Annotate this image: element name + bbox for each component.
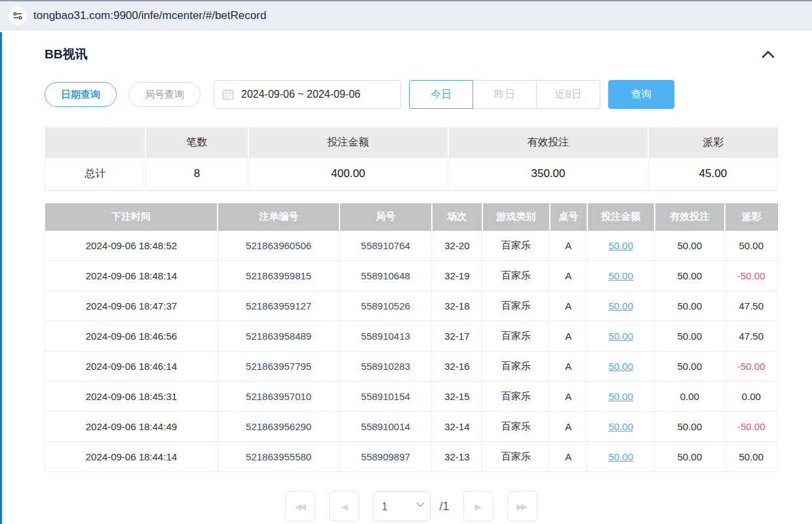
- last-8-days-button[interactable]: 近8日: [536, 80, 600, 109]
- cell-bet-amount: 50.00: [587, 382, 655, 412]
- cell-bet-id: 521863957795: [218, 352, 339, 382]
- cell-payout: 47.50: [725, 321, 778, 352]
- summary-header-blank: [45, 127, 146, 158]
- next-page-button[interactable]: ▶: [463, 491, 493, 521]
- cell-bet-amount: 50.00: [587, 412, 655, 442]
- cell-payout: -50.00: [725, 261, 778, 291]
- date-range-value: 2024-09-06 ~ 2024-09-06: [241, 89, 360, 100]
- chevron-left-icon: ◀: [341, 502, 345, 512]
- cell-payout: 50.00: [725, 231, 778, 261]
- cell-round: 558910014: [339, 412, 432, 442]
- yesterday-button[interactable]: 昨日: [473, 80, 537, 109]
- site-info-button[interactable]: [9, 7, 27, 25]
- summary-total-bet-amount: 400.00: [248, 158, 448, 190]
- cell-valid-bet: 50.00: [655, 442, 725, 472]
- table-row: 2024-09-06 18:46:14521863957795558910283…: [45, 352, 778, 382]
- cell-game: 百家乐: [482, 352, 550, 382]
- bet-amount-link[interactable]: 50.00: [608, 300, 633, 312]
- url-text[interactable]: tongbao31.com:9900/infe/mcenter/#/betRec…: [33, 9, 266, 22]
- header-bet-time: 下注时间: [45, 203, 218, 231]
- today-button[interactable]: 今日: [409, 80, 473, 109]
- cell-bet-id: 521863956290: [218, 412, 339, 442]
- cell-session: 32-17: [432, 321, 482, 352]
- table-row: 2024-09-06 18:47:37521863959127558910526…: [45, 291, 778, 321]
- bet-amount-link[interactable]: 50.00: [608, 421, 633, 432]
- bet-table-body: 2024-09-06 18:48:52521863960506558910764…: [45, 231, 778, 472]
- cell-bet-amount: 50.00: [587, 321, 655, 352]
- cell-game: 百家乐: [482, 321, 550, 352]
- browser-address-bar: tongbao31.com:9900/infe/mcenter/#/betRec…: [0, 0, 812, 30]
- cell-valid-bet: 50.00: [655, 261, 725, 291]
- cell-bet-amount: 50.00: [587, 442, 655, 472]
- cell-table-no: A: [550, 442, 587, 472]
- cell-time: 2024-09-06 18:44:14: [45, 442, 218, 472]
- bet-amount-link[interactable]: 50.00: [608, 451, 633, 462]
- cell-session: 32-20: [432, 231, 482, 261]
- bet-amount-link[interactable]: 50.00: [608, 361, 633, 372]
- cell-time: 2024-09-06 18:46:14: [45, 352, 218, 382]
- summary-header-bet-amount: 投注金额: [248, 127, 448, 158]
- table-row: 2024-09-06 18:48:52521863960506558910764…: [45, 231, 778, 261]
- date-query-tab[interactable]: 日期查询: [45, 82, 117, 107]
- cell-table-no: A: [550, 382, 587, 412]
- cell-payout: -50.00: [725, 352, 778, 382]
- cell-valid-bet: 0.00: [655, 382, 725, 412]
- summary-total-valid-bet: 350.00: [448, 158, 648, 190]
- cell-valid-bet: 50.00: [655, 412, 725, 442]
- date-range-picker[interactable]: 2024-09-06 ~ 2024-09-06: [214, 80, 401, 109]
- cell-session: 32-15: [432, 382, 482, 412]
- cell-table-no: A: [550, 321, 587, 352]
- cell-payout: 50.00: [725, 442, 778, 472]
- header-table-number: 桌号: [550, 203, 587, 231]
- last-page-button[interactable]: ▶▶: [507, 491, 537, 521]
- cell-game: 百家乐: [482, 442, 550, 472]
- header-game-type: 游戏类别: [482, 203, 550, 231]
- summary-total-label: 总计: [45, 158, 146, 190]
- cell-time: 2024-09-06 18:45:31: [45, 382, 218, 412]
- chevron-up-icon: [760, 49, 777, 60]
- cell-game: 百家乐: [482, 291, 550, 321]
- bet-amount-link[interactable]: 50.00: [608, 240, 633, 251]
- cell-round: 558910648: [339, 261, 432, 291]
- cell-bet-id: 521863958489: [218, 321, 339, 352]
- first-page-button[interactable]: ◀◀: [285, 491, 315, 521]
- search-button[interactable]: 查询: [608, 80, 674, 109]
- cell-bet-id: 521863959127: [218, 291, 339, 321]
- cell-round: 558910526: [339, 291, 432, 321]
- table-row: 2024-09-06 18:46:56521863958489558910413…: [45, 321, 778, 352]
- bet-record-panel: BB视讯 日期查询 局号查询 2024-09-06 ~ 2024-09-06 今…: [0, 30, 812, 521]
- collapse-panel-button[interactable]: [758, 48, 778, 61]
- cell-round: 558910764: [339, 231, 432, 261]
- cell-bet-amount: 50.00: [587, 231, 655, 261]
- cell-table-no: A: [550, 261, 587, 291]
- double-chevron-right-icon: ▶▶: [516, 502, 526, 512]
- header-bet-id: 注单编号: [218, 203, 339, 231]
- table-row: 2024-09-06 18:44:49521863956290558910014…: [45, 412, 778, 442]
- bet-amount-link[interactable]: 50.00: [608, 331, 633, 342]
- summary-header-payout: 派彩: [648, 127, 777, 158]
- cell-session: 32-19: [432, 261, 482, 291]
- cell-bet-id: 521863955580: [218, 442, 339, 472]
- table-row: 2024-09-06 18:44:14521863955580558909897…: [45, 442, 778, 472]
- page-title: BB视讯: [45, 46, 87, 63]
- previous-page-button[interactable]: ◀: [329, 491, 359, 521]
- cell-time: 2024-09-06 18:44:49: [45, 412, 218, 442]
- cell-payout: 0.00: [725, 382, 778, 412]
- page-select[interactable]: 1: [373, 491, 431, 521]
- cell-round: 558910413: [339, 321, 432, 352]
- cell-payout: -50.00: [725, 412, 778, 442]
- filter-toolbar: 日期查询 局号查询 2024-09-06 ~ 2024-09-06 今日 昨日 …: [45, 80, 778, 109]
- summary-header-valid-bet: 有效投注: [448, 127, 648, 158]
- cell-session: 32-13: [432, 442, 482, 472]
- chevron-right-icon: ▶: [475, 502, 480, 512]
- cell-time: 2024-09-06 18:48:14: [45, 261, 218, 291]
- cell-session: 32-18: [432, 291, 482, 321]
- summary-total-count: 8: [145, 158, 248, 190]
- cell-game: 百家乐: [482, 412, 550, 442]
- round-query-tab[interactable]: 局号查询: [128, 82, 201, 107]
- summary-header-row: 笔数 投注金额 有效投注 派彩: [45, 127, 778, 158]
- bet-amount-link[interactable]: 50.00: [608, 270, 633, 281]
- bet-amount-link[interactable]: 50.00: [608, 391, 633, 402]
- cell-round: 558909897: [339, 442, 432, 472]
- cell-table-no: A: [550, 231, 587, 261]
